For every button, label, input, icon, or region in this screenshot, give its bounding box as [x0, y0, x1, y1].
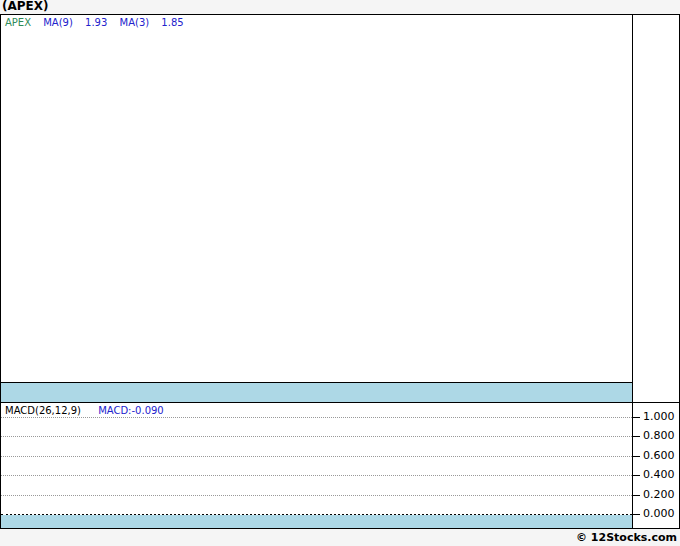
axis-tick-label: 0.800 — [643, 429, 675, 443]
axis-tick — [633, 436, 640, 437]
chart-widget: APEX MA(9) 1.93 MA(3) 1.85 MACD(26,12,9)… — [0, 14, 680, 529]
axis-tick-label: 0.000 — [643, 507, 675, 521]
gridline-0600 — [1, 456, 632, 457]
gridline-1000 — [1, 417, 632, 418]
ma3-label: MA(3) — [120, 17, 150, 28]
axis-tick-label: 1.000 — [643, 410, 675, 424]
axis-tick — [633, 475, 640, 476]
macd-panel-top-border — [1, 402, 679, 403]
price-panel-bottom-band — [1, 383, 632, 402]
axis-tick — [633, 495, 640, 496]
axis-tick-label: 0.600 — [643, 449, 675, 463]
axis-tick — [633, 514, 640, 515]
page-title: (APEX) — [2, 0, 49, 13]
macd-value: MACD:-0.090 — [98, 405, 164, 416]
axis-tick-label: 0.400 — [643, 468, 675, 482]
stock-chart-page: (APEX) APEX MA(9) 1.93 MA(3) 1.85 MACD(2… — [0, 0, 680, 546]
ticker-symbol: APEX — [5, 17, 31, 28]
macd-panel-bottom-band — [1, 515, 632, 528]
ma3-value: 1.85 — [161, 17, 183, 28]
gridline-0200 — [1, 495, 632, 496]
ma9-label: MA(9) — [43, 17, 73, 28]
gridline-0800 — [1, 436, 632, 437]
right-axis-line — [632, 15, 633, 528]
attribution-watermark: © 12Stocks.com — [576, 531, 677, 544]
price-panel-legend: APEX MA(9) 1.93 MA(3) 1.85 — [5, 17, 193, 29]
gridline-0400 — [1, 475, 632, 476]
axis-tick — [633, 456, 640, 457]
axis-tick-label: 0.200 — [643, 488, 675, 502]
macd-panel-legend: MACD(26,12,9) MACD:-0.090 — [5, 405, 178, 417]
macd-label: MACD(26,12,9) — [5, 405, 81, 416]
ma9-value: 1.93 — [85, 17, 107, 28]
axis-tick — [633, 417, 640, 418]
